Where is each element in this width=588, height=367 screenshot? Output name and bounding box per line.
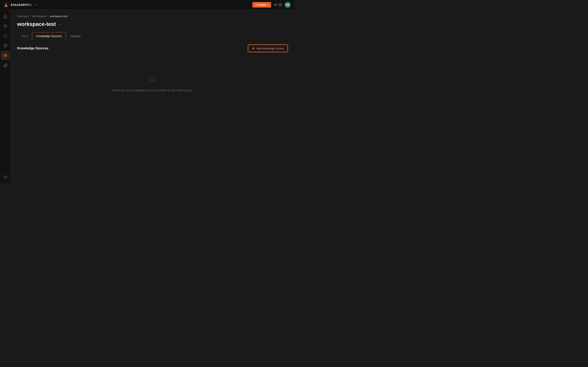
workspaces-icon xyxy=(3,53,7,58)
svg-rect-12 xyxy=(6,64,7,67)
tab-knowledge-sources[interactable]: Knowledge Sources xyxy=(32,32,66,40)
svg-rect-9 xyxy=(6,56,7,57)
title-chevron-icon xyxy=(59,23,62,26)
svg-rect-7 xyxy=(6,54,7,55)
svg-point-5 xyxy=(4,44,7,45)
svg-rect-11 xyxy=(5,64,6,67)
svg-rect-3 xyxy=(5,6,8,7)
sidebar-item-home[interactable] xyxy=(1,12,9,20)
sidebar-item-layers[interactable] xyxy=(1,22,9,30)
create-dropdown-arrow: ▾ xyxy=(267,3,268,6)
breadcrumb: Stackspot / Workspaces / workspace-test xyxy=(17,15,287,18)
tab-settings[interactable]: Settings xyxy=(66,32,85,40)
svg-rect-6 xyxy=(4,54,5,55)
home-icon xyxy=(3,14,7,18)
shield-icon xyxy=(3,34,7,38)
chevron-down-icon xyxy=(34,3,37,6)
logo-icon xyxy=(3,2,9,8)
section-header: Knowledge Sources Add Knowledge Source xyxy=(17,45,287,52)
sidebar-item-shield[interactable] xyxy=(1,32,9,40)
tabs: Try it Knowledge Sources Settings xyxy=(17,32,287,40)
sidebar-item-workspaces[interactable] xyxy=(1,51,9,59)
tab-try-it[interactable]: Try it xyxy=(17,32,32,40)
knowledge-source-empty-icon xyxy=(147,75,157,84)
empty-state: There are no Knowledge Sources added to … xyxy=(17,58,287,108)
topnav: STACKSPOTAI + Create ▾ 2M RB xyxy=(0,0,294,10)
logo-chevron-button[interactable] xyxy=(34,3,38,7)
logo[interactable]: STACKSPOTAI xyxy=(3,2,32,8)
usage-label: 2M xyxy=(274,3,277,6)
breadcrumb-root[interactable]: Stackspot xyxy=(17,15,29,18)
breadcrumb-current: workspace-test xyxy=(50,15,68,18)
layers-icon xyxy=(3,24,7,28)
user-avatar[interactable]: RB xyxy=(285,2,291,8)
topnav-right: + Create ▾ 2M RB xyxy=(252,2,291,8)
circle-chart-icon xyxy=(279,4,282,6)
empty-state-icon xyxy=(147,75,157,85)
sidebar-item-database[interactable] xyxy=(1,42,9,50)
create-button[interactable]: + Create ▾ xyxy=(252,2,271,8)
content-area: Stackspot / Workspaces / workspace-test … xyxy=(11,10,294,184)
plus-icon xyxy=(252,47,255,50)
empty-state-message: There are no Knowledge Sources added to … xyxy=(112,89,193,92)
database-icon xyxy=(3,44,7,48)
svg-rect-8 xyxy=(4,56,5,57)
page-title-row: workspace-test xyxy=(17,21,287,27)
sidebar xyxy=(0,10,11,184)
breadcrumb-sep-1: / xyxy=(30,15,31,18)
svg-rect-10 xyxy=(4,65,4,67)
usage-badge: 2M xyxy=(274,3,282,7)
usage-icon xyxy=(278,3,282,7)
main-layout: Stackspot / Workspaces / workspace-test … xyxy=(0,10,294,184)
sidebar-item-expand[interactable] xyxy=(1,173,9,181)
logo-text: STACKSPOTAI xyxy=(11,3,32,7)
title-dropdown-button[interactable] xyxy=(58,22,63,27)
topnav-left: STACKSPOTAI xyxy=(3,2,38,8)
page-title: workspace-test xyxy=(17,21,56,27)
expand-sidebar-icon xyxy=(3,175,7,179)
section-title: Knowledge Sources xyxy=(17,47,48,50)
sidebar-item-chart[interactable] xyxy=(1,61,9,69)
breadcrumb-workspaces[interactable]: Workspaces xyxy=(32,15,47,18)
breadcrumb-sep-2: / xyxy=(48,15,49,18)
add-knowledge-source-button[interactable]: Add Knowledge Source xyxy=(248,45,287,52)
chart-icon xyxy=(3,63,7,67)
